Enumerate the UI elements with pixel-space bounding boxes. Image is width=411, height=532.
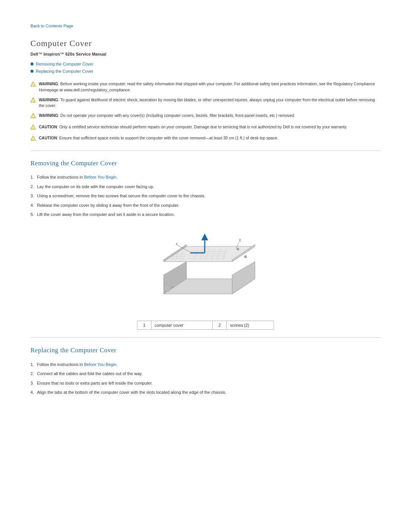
svg-text:!: ! xyxy=(33,83,34,86)
toc-item-removing: Removing the Computer Cover xyxy=(30,61,381,67)
svg-text:!: ! xyxy=(33,115,34,118)
warning-1: ! WARNING: Before working inside your co… xyxy=(30,81,381,93)
svg-marker-12 xyxy=(232,262,255,294)
step-num: 4. xyxy=(30,202,34,209)
callout-label-1: computer cover xyxy=(151,321,213,330)
computer-cover-illustration: 1 2 xyxy=(141,225,270,317)
step-num: 2. xyxy=(30,184,34,190)
svg-text:2: 2 xyxy=(239,238,241,242)
svg-text:!: ! xyxy=(33,126,34,129)
step-text: Ensure that no tools or extra parts are … xyxy=(37,380,153,387)
toc-list: Removing the Computer Cover Replacing th… xyxy=(30,61,381,74)
step-num: 2. xyxy=(30,371,34,377)
toc-bullet xyxy=(30,70,33,73)
replacing-step-1: 1. Follow the instructions in Before You… xyxy=(30,361,381,368)
svg-point-42 xyxy=(244,256,247,258)
step-num: 1. xyxy=(30,361,34,368)
warning-icon-2: ! xyxy=(30,97,36,105)
replacing-section: Replacing the Computer Cover 1. Follow t… xyxy=(30,345,381,396)
warning-3: ! WARNING: Do not operate your computer … xyxy=(30,113,381,120)
replacing-step-2: 2. Connect all the cables and fold the c… xyxy=(30,371,381,377)
divider-2 xyxy=(30,337,381,338)
step-text: Release the computer cover by sliding it… xyxy=(37,202,179,209)
before-you-begin-link-2[interactable]: Before You Begin xyxy=(84,362,116,367)
caution-1: ! CAUTION: Only a certified service tech… xyxy=(30,124,381,132)
svg-rect-35 xyxy=(164,284,170,291)
replacing-title: Replacing the Computer Cover xyxy=(30,345,381,355)
warning-text-1: WARNING: Before working inside your comp… xyxy=(39,81,381,93)
removing-step-3: 3. Using a screwdriver, remove the two s… xyxy=(30,193,381,199)
removing-step-1: 1. Follow the instructions in Before You… xyxy=(30,174,381,181)
step-num: 3. xyxy=(30,193,34,199)
caution-icon-1: ! xyxy=(30,125,36,132)
page-subtitle: Dell™ Inspiron™ 620s Service Manual xyxy=(30,51,381,58)
before-you-begin-link-1[interactable]: Before You Begin xyxy=(84,175,116,179)
replacing-steps: 1. Follow the instructions in Before You… xyxy=(30,361,381,396)
removing-section: Removing the Computer Cover 1. Follow th… xyxy=(30,158,381,330)
callout-label-2: screws (2) xyxy=(227,321,274,330)
caution-text-1: CAUTION: Only a certified service techni… xyxy=(39,124,347,130)
svg-text:!: ! xyxy=(33,137,34,141)
warning-icon-1: ! xyxy=(30,81,36,89)
toc-item-replacing: Replacing the Computer Cover xyxy=(30,68,381,75)
svg-text:1: 1 xyxy=(176,242,178,246)
caution-text-2: CAUTION: Ensure that sufficient space ex… xyxy=(39,135,278,141)
back-to-contents-link[interactable]: Back to Contents Page xyxy=(30,23,381,29)
callout-table: 1 computer cover 2 screws (2) xyxy=(137,321,274,330)
step-num: 1. xyxy=(30,174,34,181)
toc-link-removing[interactable]: Removing the Computer Cover xyxy=(36,61,94,67)
toc-bullet xyxy=(30,62,33,66)
toc-link-replacing[interactable]: Replacing the Computer Cover xyxy=(36,68,93,75)
step-text: Lay the computer on its side with the co… xyxy=(37,184,154,190)
svg-rect-36 xyxy=(171,286,174,288)
warning-2: ! WARNING: To guard against likelihood o… xyxy=(30,97,381,109)
step-text: Connect all the cables and fold the cabl… xyxy=(37,371,142,377)
page-title: Computer Cover xyxy=(30,37,381,50)
warning-icon-3: ! xyxy=(30,113,36,120)
step-text: Align the tabs at the bottom of the comp… xyxy=(37,389,226,396)
removing-step-5: 5. Lift the cover away from the computer… xyxy=(30,211,381,218)
removing-step-4: 4. Release the computer cover by sliding… xyxy=(30,202,381,209)
replacing-step-4: 4. Align the tabs at the bottom of the c… xyxy=(30,389,381,396)
divider-1 xyxy=(30,150,381,151)
callout-num-1: 1 xyxy=(137,321,151,330)
step-text: Lift the cover away from the computer an… xyxy=(37,211,175,218)
step-text: Follow the instructions in Before You Be… xyxy=(37,361,118,368)
svg-text:!: ! xyxy=(33,99,34,102)
removing-steps: 1. Follow the instructions in Before You… xyxy=(30,174,381,218)
caution-icon-2: ! xyxy=(30,136,36,143)
removing-step-2: 2. Lay the computer on its side with the… xyxy=(30,184,381,190)
svg-point-41 xyxy=(237,248,239,250)
caution-2: ! CAUTION: Ensure that sufficient space … xyxy=(30,135,381,143)
step-num: 3. xyxy=(30,380,34,387)
replacing-step-3: 3. Ensure that no tools or extra parts a… xyxy=(30,380,381,387)
removing-title: Removing the Computer Cover xyxy=(30,158,381,168)
step-num: 4. xyxy=(30,389,34,396)
callout-num-2: 2 xyxy=(213,321,227,330)
warning-text-2: WARNING: To guard against likelihood of … xyxy=(39,97,381,109)
figure-area: 1 2 1 computer cover 2 screws (2) xyxy=(30,225,381,330)
step-text: Follow the instructions in Before You Be… xyxy=(37,174,118,181)
warning-text-3: WARNING: Do not operate your computer wi… xyxy=(39,113,295,119)
step-text: Using a screwdriver, remove the two scre… xyxy=(37,193,206,199)
warnings-area: ! WARNING: Before working inside your co… xyxy=(30,81,381,143)
step-num: 5. xyxy=(30,211,34,218)
